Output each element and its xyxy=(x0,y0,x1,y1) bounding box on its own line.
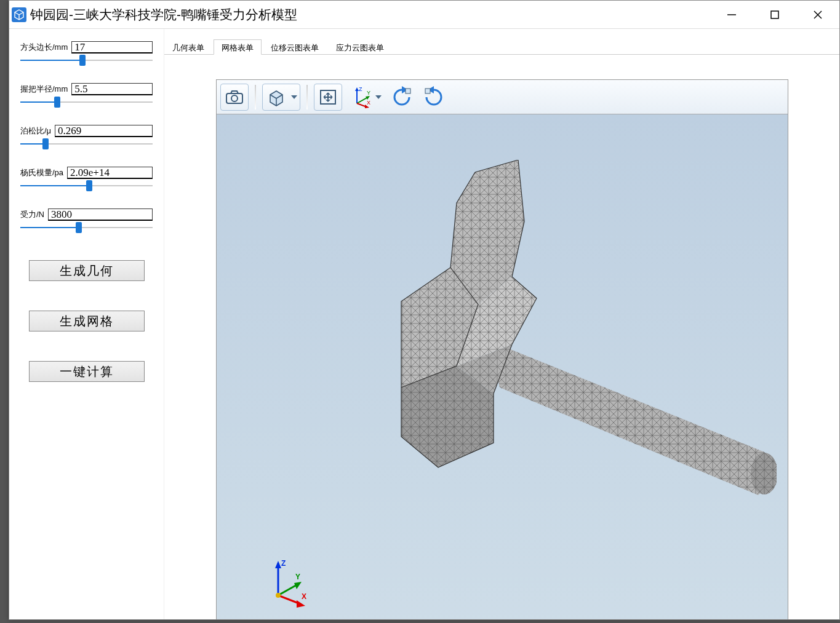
maximize-icon xyxy=(770,10,780,20)
axis-icon: Z Y X xyxy=(350,86,373,108)
fit-view-button[interactable] xyxy=(314,84,342,111)
generate-geometry-button[interactable]: 生成几何 xyxy=(29,260,145,281)
param-poisson: 泊松比/μ xyxy=(20,125,153,148)
viewport-toolbar: Z Y X xyxy=(217,80,788,114)
window-controls xyxy=(710,1,839,28)
separator xyxy=(306,85,308,109)
tabs: 几何表单 网格表单 位移云图表单 应力云图表单 xyxy=(164,29,839,55)
param-grip-radius: 握把半径/mm xyxy=(20,83,153,106)
hammer-mesh-model xyxy=(334,160,777,504)
maximize-button[interactable] xyxy=(753,1,796,29)
tab-geometry[interactable]: 几何表单 xyxy=(164,39,212,55)
minimize-icon xyxy=(726,9,737,20)
tab-stress[interactable]: 应力云图表单 xyxy=(328,39,392,55)
titlebar: 钟园园-三峡大学科技学院-鸭嘴锤受力分析模型 xyxy=(9,1,839,29)
svg-point-5 xyxy=(231,95,238,101)
fit-icon xyxy=(319,89,337,106)
param-input-poisson[interactable] xyxy=(55,125,153,137)
svg-text:X: X xyxy=(367,100,370,106)
svg-text:Y: Y xyxy=(295,573,300,581)
param-label: 方头边长/mm xyxy=(20,42,68,53)
close-button[interactable] xyxy=(796,1,839,29)
chevron-down-icon xyxy=(291,95,297,99)
svg-text:X: X xyxy=(302,592,306,601)
param-input-force[interactable] xyxy=(48,208,153,221)
svg-marker-29 xyxy=(494,347,777,495)
axis-triad: Z Y X xyxy=(266,558,315,608)
slider-force[interactable] xyxy=(20,223,153,232)
separator xyxy=(255,85,256,109)
main-area: 几何表单 网格表单 位移云图表单 应力云图表单 xyxy=(164,29,839,619)
param-label: 杨氏模量/pa xyxy=(20,167,63,178)
svg-text:Z: Z xyxy=(281,559,286,568)
svg-text:Z: Z xyxy=(359,86,362,92)
rotate-ccw-button[interactable] xyxy=(388,84,416,111)
camera-icon xyxy=(225,90,244,105)
3d-viewport[interactable]: Z Y X xyxy=(216,79,788,619)
viewport-container: Z Y X xyxy=(164,55,839,619)
svg-text:Y: Y xyxy=(367,90,370,96)
app-window: 钟园园-三峡大学科技学院-鸭嘴锤受力分析模型 方头边长/mm xyxy=(9,0,840,620)
slider-grip-radius[interactable] xyxy=(20,98,153,106)
svg-rect-17 xyxy=(406,89,410,93)
chevron-down-icon xyxy=(375,95,382,99)
svg-marker-39 xyxy=(297,600,305,608)
svg-point-31 xyxy=(751,453,777,494)
minimize-button[interactable] xyxy=(710,1,753,29)
param-label: 受力/N xyxy=(20,209,44,220)
rotate-cw-icon xyxy=(423,86,445,108)
view-orientation-button[interactable] xyxy=(262,84,300,111)
slider-poisson[interactable] xyxy=(20,140,153,148)
generate-mesh-button[interactable]: 生成网格 xyxy=(29,311,145,331)
calculate-button[interactable]: 一键计算 xyxy=(29,361,145,382)
app-icon xyxy=(12,7,26,22)
cube-view-icon xyxy=(266,87,286,107)
param-force: 受力/N xyxy=(20,208,153,232)
param-input-head-edge[interactable] xyxy=(71,41,153,54)
param-label: 握把半径/mm xyxy=(20,84,68,95)
tab-mesh[interactable]: 网格表单 xyxy=(214,39,262,55)
svg-marker-36 xyxy=(294,582,302,589)
param-label: 泊松比/μ xyxy=(20,125,51,137)
svg-rect-19 xyxy=(425,89,430,93)
close-icon xyxy=(812,9,823,20)
tab-displacement[interactable]: 位移云图表单 xyxy=(263,39,327,55)
rotate-ccw-icon xyxy=(391,86,413,108)
axis-orientation-button[interactable]: Z Y X xyxy=(346,84,384,111)
param-head-edge: 方头边长/mm xyxy=(20,41,153,65)
sidebar: 方头边长/mm 握把半径/mm xyxy=(9,29,164,619)
svg-line-35 xyxy=(278,584,298,595)
param-input-grip-radius[interactable] xyxy=(71,83,153,95)
svg-rect-1 xyxy=(771,11,778,18)
window-title: 钟园园-三峡大学科技学院-鸭嘴锤受力分析模型 xyxy=(30,6,710,23)
svg-marker-33 xyxy=(275,561,281,568)
slider-youngs[interactable] xyxy=(20,181,153,190)
param-input-youngs[interactable] xyxy=(67,167,153,179)
screenshot-button[interactable] xyxy=(220,84,249,111)
param-youngs: 杨氏模量/pa xyxy=(20,167,153,190)
content: 方头边长/mm 握把半径/mm xyxy=(9,29,839,619)
svg-point-41 xyxy=(276,593,281,598)
rotate-cw-button[interactable] xyxy=(420,84,448,111)
slider-head-edge[interactable] xyxy=(20,56,153,65)
